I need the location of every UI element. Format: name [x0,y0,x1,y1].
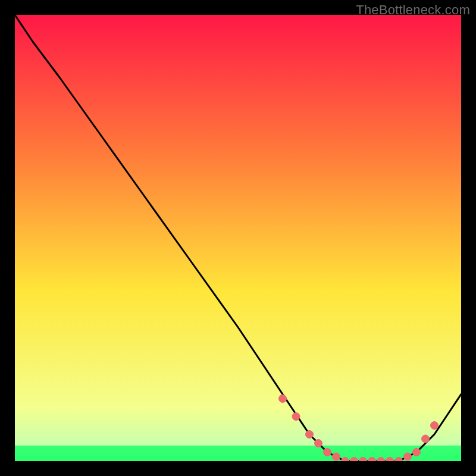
highlight-dot [306,431,314,439]
highlight-dot [333,453,340,461]
highlight-dot [292,413,300,421]
highlight-dot [324,449,331,456]
chart-plot [15,15,461,461]
chart-frame: TheBottleneck.com [0,0,476,476]
gradient-background [15,15,461,461]
watermark-text: TheBottleneck.com [356,2,470,18]
highlight-dot [404,453,412,461]
highlight-dot [431,422,439,430]
highlight-dot [422,435,430,443]
green-band [15,446,461,461]
chart-svg [15,15,461,461]
highlight-dot [413,449,421,456]
highlight-dot [315,440,322,447]
highlight-dot [279,395,287,403]
